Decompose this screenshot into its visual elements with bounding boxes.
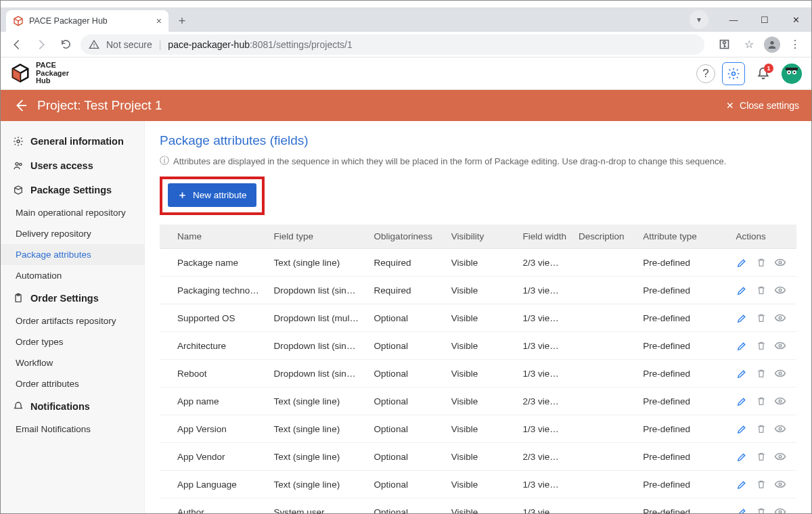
sidebar-item[interactable]: Order artifacts repository <box>1 310 144 331</box>
settings-gear-icon[interactable] <box>722 62 745 85</box>
delete-icon[interactable] <box>755 367 767 379</box>
window-minimize-button[interactable]: ― <box>718 9 749 30</box>
delete-icon[interactable] <box>755 256 767 268</box>
sidebar-section-package[interactable]: Package Settings <box>1 178 144 202</box>
sidebar-item-general[interactable]: General information <box>1 129 144 154</box>
table-header-cell[interactable]: Attribute type <box>636 225 729 249</box>
preview-eye-icon[interactable] <box>774 506 786 513</box>
table-row[interactable]: App nameText (single line)OptionalVisibl… <box>160 388 796 415</box>
nav-back-button[interactable] <box>7 35 26 54</box>
table-cell: Visible <box>445 388 516 415</box>
table-cell: Visible <box>445 415 516 443</box>
address-bar[interactable]: Not secure | pace-packager-hub:8081/sett… <box>81 34 704 55</box>
table-row[interactable]: AuthorSystem userOptionalVisible1/3 view… <box>160 498 796 514</box>
edit-icon[interactable] <box>736 312 748 324</box>
sidebar-item[interactable]: Workflow <box>1 352 144 373</box>
edit-icon[interactable] <box>736 340 748 352</box>
chevron-down-icon[interactable]: ▾ <box>690 10 708 29</box>
sidebar-item[interactable]: Order attributes <box>1 373 144 394</box>
sidebar-item[interactable]: Order types <box>1 331 144 352</box>
sidebar-item[interactable]: Email Notifications <box>1 419 144 440</box>
window-maximize-button[interactable]: ☐ <box>749 9 780 30</box>
delete-icon[interactable] <box>755 284 767 296</box>
edit-icon[interactable] <box>736 506 748 513</box>
new-attribute-button[interactable]: ＋ New attribute <box>168 183 256 207</box>
bookmark-star-icon[interactable]: ☆ <box>740 35 759 54</box>
edit-icon[interactable] <box>736 478 748 490</box>
table-header-cell[interactable]: Field type <box>267 225 367 249</box>
help-icon[interactable]: ? <box>696 64 715 83</box>
preview-eye-icon[interactable] <box>774 395 786 407</box>
table-cell: Required <box>367 249 445 277</box>
kebab-menu-icon[interactable]: ⋮ <box>786 35 805 54</box>
table-row[interactable]: Packaging technolo...Dropdown list (sing… <box>160 277 796 304</box>
app-logo[interactable]: PACE Packager Hub <box>10 62 69 85</box>
table-row[interactable]: Supported OSDropdown list (multiple...Op… <box>160 304 796 332</box>
nav-reload-button[interactable] <box>56 35 75 54</box>
table-row[interactable]: Package nameText (single line)RequiredVi… <box>160 249 796 277</box>
table-header-cell[interactable]: Name <box>160 225 267 249</box>
table-cell <box>572 443 636 471</box>
table-header-cell[interactable]: Description <box>572 225 636 249</box>
preview-eye-icon[interactable] <box>774 423 786 435</box>
url-text: pace-packager-hub:8081/settings/projects… <box>168 39 352 50</box>
profile-avatar-icon[interactable] <box>764 37 780 53</box>
svg-point-21 <box>779 261 782 264</box>
delete-icon[interactable] <box>755 450 767 463</box>
browser-tab[interactable]: PACE Packager Hub × <box>6 10 168 32</box>
table-row[interactable]: App VendorText (single line)OptionalVisi… <box>160 443 796 471</box>
sidebar-item[interactable]: Delivery repository <box>1 223 144 244</box>
table-row[interactable]: RebootDropdown list (single c...Optional… <box>160 360 796 388</box>
table-cell: Text (single line) <box>267 249 367 277</box>
preview-eye-icon[interactable] <box>774 284 786 296</box>
edit-icon[interactable] <box>736 367 748 379</box>
sidebar-item[interactable]: Package attributes <box>1 244 144 265</box>
user-avatar[interactable] <box>782 64 802 84</box>
table-header-cell[interactable]: Field width <box>516 225 572 249</box>
close-icon: ✕ <box>726 100 734 111</box>
delete-icon[interactable] <box>755 506 767 513</box>
delete-icon[interactable] <box>755 423 767 435</box>
edit-icon[interactable] <box>736 423 748 435</box>
sidebar-item[interactable]: Main operational repository <box>1 202 144 223</box>
table-cell: Author <box>160 498 267 514</box>
close-settings-button[interactable]: ✕ Close settings <box>726 100 799 111</box>
preview-eye-icon[interactable] <box>774 367 786 379</box>
notification-bell-icon[interactable]: 1 <box>752 62 775 85</box>
delete-icon[interactable] <box>755 478 767 490</box>
key-icon[interactable]: ⚿ <box>715 35 734 54</box>
nav-forward-button[interactable] <box>32 35 51 54</box>
sidebar-section-notifications[interactable]: Notifications <box>1 394 144 419</box>
table-header-cell[interactable]: Actions <box>729 225 796 249</box>
hint-text: Attributes are displayed in the sequence… <box>173 156 726 166</box>
edit-icon[interactable] <box>736 395 748 407</box>
table-row[interactable]: App VersionText (single line)OptionalVis… <box>160 415 796 443</box>
preview-eye-icon[interactable] <box>774 478 786 490</box>
preview-eye-icon[interactable] <box>774 450 786 463</box>
sidebar-item[interactable]: Automation <box>1 265 144 286</box>
table-cell: 1/3 view ... <box>516 360 572 388</box>
preview-eye-icon[interactable] <box>774 312 786 324</box>
edit-icon[interactable] <box>736 450 748 463</box>
preview-eye-icon[interactable] <box>774 256 786 268</box>
table-header-cell[interactable]: Visibility <box>445 225 516 249</box>
delete-icon[interactable] <box>755 340 767 352</box>
table-row[interactable]: App LanguageText (single line)OptionalVi… <box>160 471 796 498</box>
edit-icon[interactable] <box>736 284 748 296</box>
edit-icon[interactable] <box>736 256 748 268</box>
table-header-cell[interactable]: Obligatoriness <box>367 225 445 249</box>
plus-icon: ＋ <box>177 189 187 202</box>
table-row[interactable]: ArchitectureDropdown list (single c...Op… <box>160 332 796 360</box>
sidebar-section-order[interactable]: Order Settings <box>1 286 144 310</box>
banner-back-icon[interactable] <box>13 98 28 113</box>
delete-icon[interactable] <box>755 312 767 324</box>
table-cell: 1/3 view ... <box>516 277 572 304</box>
sidebar-item-users[interactable]: Users access <box>1 154 144 178</box>
preview-eye-icon[interactable] <box>774 340 786 352</box>
warning-icon <box>89 39 99 50</box>
window-close-button[interactable]: ✕ <box>780 9 811 30</box>
table-cell: Visible <box>445 332 516 360</box>
new-tab-button[interactable]: + <box>173 11 191 30</box>
tab-close-icon[interactable]: × <box>156 16 162 26</box>
delete-icon[interactable] <box>755 395 767 407</box>
